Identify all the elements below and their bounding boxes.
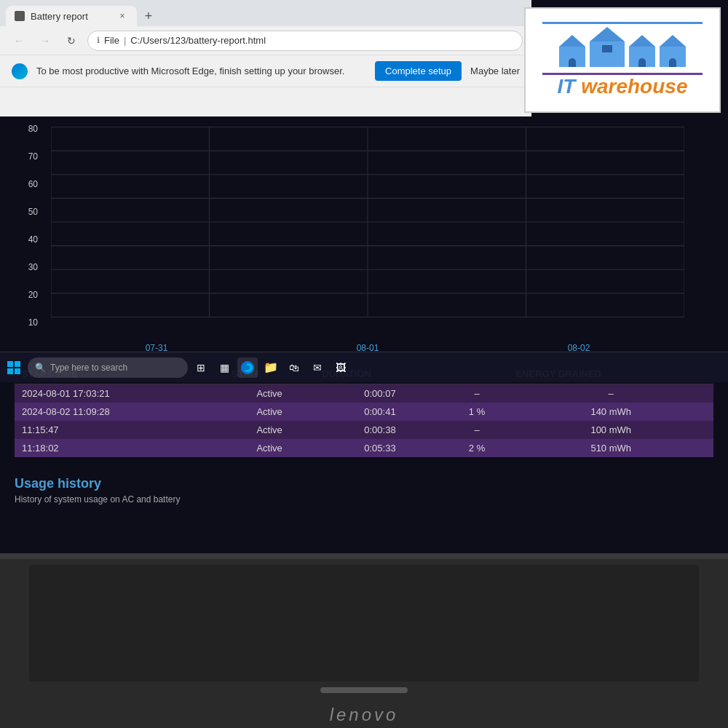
cell-start-time-1: 2024-08-01 17:03:21: [15, 384, 224, 403]
logo-warehouse: warehouse: [581, 75, 687, 98]
table-row: 2024-08-01 17:03:21 Active 0:00:07 – –: [15, 384, 713, 403]
svg-rect-15: [15, 361, 20, 367]
address-bar[interactable]: ℹ File | C:/Users/123/battery-report.htm…: [87, 31, 523, 51]
svg-rect-17: [15, 368, 20, 374]
usage-history-title: Usage history: [15, 476, 713, 491]
table-row: 2024-08-02 11:09:28 Active 0:00:41 1 % 1…: [15, 403, 713, 421]
chart-container: 10 20 30 40 50 60 70 80: [0, 116, 728, 357]
edge-icon: [240, 360, 255, 375]
new-tab-button[interactable]: +: [138, 6, 159, 26]
tab-page-icon: [15, 11, 25, 21]
cell-battery-1: –: [446, 384, 509, 403]
cell-energy-1: –: [508, 384, 713, 403]
cell-duration-1: 0:00:07: [314, 384, 445, 403]
laptop-brand: lenovo: [0, 696, 728, 725]
y-label-70: 70: [7, 151, 44, 162]
building-roof-4: [660, 35, 686, 47]
tab-close-button[interactable]: ×: [116, 10, 128, 22]
active-tab[interactable]: Battery report ×: [6, 6, 137, 26]
address-lock-icon: ℹ: [97, 36, 100, 45]
cell-duration-4: 0:05:33: [314, 439, 445, 457]
forward-button[interactable]: →: [35, 31, 55, 51]
logo-line-top: [542, 22, 703, 24]
table-row: 11:15:47 Active 0:00:38 – 100 mWh: [15, 421, 713, 439]
y-axis-labels: 10 20 30 40 50 60 70 80: [7, 124, 44, 328]
chart-svg: [51, 124, 684, 320]
nav-bar: ← → ↻ ℹ File | C:/Users/123/battery-repo…: [0, 26, 531, 55]
taskbar-mail[interactable]: ✉: [307, 357, 328, 378]
taskbar-store[interactable]: 🛍: [284, 357, 304, 378]
cell-duration-3: 0:00:38: [314, 421, 445, 439]
cell-start-time-3: 11:15:47: [15, 421, 224, 439]
windows-icon: [7, 361, 20, 374]
refresh-button[interactable]: ↻: [61, 31, 82, 51]
usage-history-section: Usage history History of system usage on…: [0, 464, 728, 510]
svg-rect-14: [7, 361, 13, 367]
cell-state-3: Active: [224, 421, 314, 439]
cell-battery-2: 1 %: [446, 403, 509, 421]
y-label-10: 10: [7, 317, 44, 328]
taskbar-search-text: Type here to search: [50, 363, 127, 373]
cell-battery-4: 2 %: [446, 439, 509, 457]
building-roof-2: [590, 27, 625, 41]
building-door-1: [569, 58, 576, 67]
cell-state-4: Active: [224, 439, 314, 457]
cell-state-1: Active: [224, 384, 314, 403]
building-body-1: [559, 47, 585, 67]
laptop-body: lenovo: [0, 553, 728, 728]
building-door-4: [669, 58, 676, 67]
address-separator: |: [124, 35, 126, 46]
cell-state-2: Active: [224, 403, 314, 421]
taskbar-task-view[interactable]: ⊞: [191, 357, 211, 378]
y-label-80: 80: [7, 124, 44, 134]
y-label-60: 60: [7, 179, 44, 189]
cell-battery-3: –: [446, 421, 509, 439]
y-label-40: 40: [7, 234, 44, 245]
complete-setup-button[interactable]: Complete setup: [375, 61, 462, 81]
maybe-later-button[interactable]: Maybe later: [470, 66, 520, 76]
taskbar-widgets[interactable]: ▦: [214, 357, 234, 378]
cell-energy-4: 510 mWh: [508, 439, 713, 457]
laptop-hinge: [0, 553, 728, 559]
svg-rect-16: [7, 368, 13, 374]
search-icon: 🔍: [35, 363, 46, 373]
cell-duration-2: 0:00:41: [314, 403, 445, 421]
building-4: [660, 35, 686, 67]
building-body-3: [629, 47, 655, 67]
browser-chrome: Battery report × + ← → ↻ ℹ File | C:/Use…: [0, 0, 531, 116]
taskbar-search[interactable]: 🔍 Type here to search: [28, 357, 188, 378]
building-roof-3: [629, 35, 655, 47]
building-window-2: [602, 45, 612, 52]
building-body-4: [660, 47, 686, 67]
back-button[interactable]: ←: [9, 31, 29, 51]
y-label-30: 30: [7, 262, 44, 272]
building-body-2: [590, 41, 625, 67]
logo-text: IT warehouse: [558, 75, 688, 98]
tab-bar: Battery report × +: [0, 0, 531, 26]
taskbar-explorer[interactable]: 📁: [261, 357, 281, 378]
y-label-20: 20: [7, 290, 44, 300]
info-bar-text: To be most productive with Microsoft Edg…: [36, 66, 366, 76]
logo-overlay: IT warehouse: [524, 7, 721, 113]
building-door-3: [638, 58, 646, 67]
building-3: [629, 35, 655, 67]
cell-start-time-4: 11:18:02: [15, 439, 224, 457]
building-2: [590, 27, 625, 67]
building-roof-1: [559, 35, 585, 47]
edge-logo-icon: [12, 63, 28, 79]
address-file-label: File: [104, 35, 119, 46]
table-row: 11:18:02 Active 0:05:33 2 % 510 mWh: [15, 439, 713, 457]
main-content: 10 20 30 40 50 60 70 80: [0, 116, 728, 553]
laptop-shell: IT warehouse Battery report × + ← → ↻ ℹ: [0, 0, 728, 728]
taskbar-edge[interactable]: [237, 357, 258, 378]
logo-buildings: [559, 27, 686, 67]
address-url: C:/Users/123/battery-report.html: [130, 35, 266, 46]
taskbar-photos[interactable]: 🖼: [331, 357, 351, 378]
taskbar: 🔍 Type here to search ⊞ ▦ 📁 🛍 ✉ 🖼: [0, 352, 728, 382]
cell-energy-3: 100 mWh: [508, 421, 713, 439]
info-bar: To be most productive with Microsoft Edg…: [0, 55, 531, 87]
cell-start-time-2: 2024-08-02 11:09:28: [15, 403, 224, 421]
cell-energy-2: 140 mWh: [508, 403, 713, 421]
screen-area: IT warehouse Battery report × + ← → ↻ ℹ: [0, 0, 728, 553]
start-button[interactable]: [3, 357, 25, 379]
